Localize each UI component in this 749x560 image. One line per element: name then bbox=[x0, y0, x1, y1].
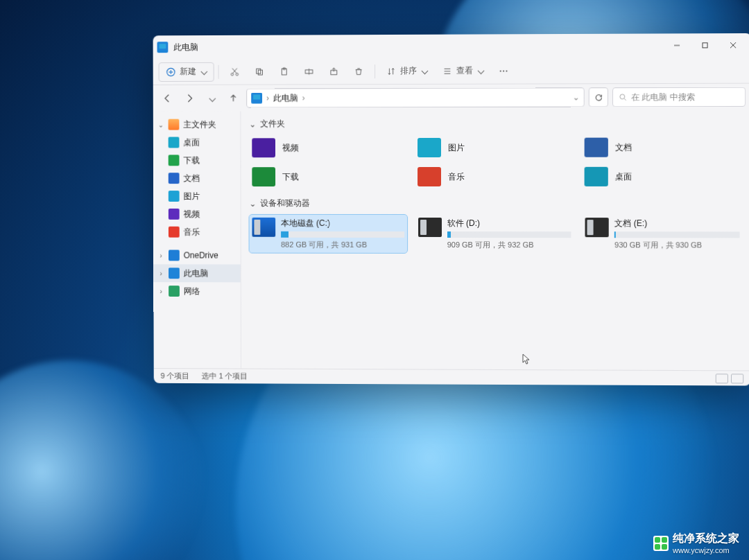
drive-item[interactable]: 文档 (E:)930 GB 可用，共 930 GB bbox=[583, 215, 743, 253]
delete-button[interactable] bbox=[347, 62, 370, 81]
view-icon bbox=[442, 66, 452, 76]
share-button[interactable] bbox=[322, 62, 345, 81]
drive-item[interactable]: 软件 (D:)909 GB 可用，共 932 GB bbox=[415, 215, 574, 253]
command-bar: 新建 排序 查看 bbox=[153, 57, 749, 85]
up-button[interactable] bbox=[225, 89, 243, 107]
close-button[interactable] bbox=[719, 36, 748, 54]
net-icon bbox=[169, 286, 180, 297]
sidebar-item-docs[interactable]: 文档 bbox=[153, 169, 241, 187]
drive-capacity-text: 930 GB 可用，共 930 GB bbox=[614, 240, 740, 250]
svg-point-23 bbox=[506, 70, 507, 71]
sidebar-item-pics[interactable]: 图片 bbox=[153, 187, 241, 205]
selection-count: 选中 1 个项目 bbox=[202, 371, 248, 381]
music-icon bbox=[169, 227, 180, 238]
svg-line-9 bbox=[233, 68, 237, 73]
address-bar[interactable]: › 此电脑 › ⌄ bbox=[246, 87, 584, 107]
cursor-icon bbox=[522, 353, 531, 367]
sidebar-item-net[interactable]: ›网络 bbox=[153, 282, 240, 300]
drive-capacity-text: 882 GB 可用，共 931 GB bbox=[281, 240, 404, 250]
watermark-brand: 纯净系统之家 bbox=[673, 532, 739, 546]
docs-folder-icon bbox=[585, 138, 608, 157]
delete-icon bbox=[354, 67, 363, 76]
maximize-button[interactable] bbox=[691, 36, 719, 54]
more-button[interactable] bbox=[492, 61, 515, 80]
chevron-down-icon: ⌄ bbox=[249, 121, 256, 128]
folder-pics[interactable]: 图片 bbox=[415, 135, 575, 160]
watermark-url: www.ycwjzy.com bbox=[673, 546, 739, 554]
desktop-icon bbox=[169, 137, 180, 148]
new-button[interactable]: 新建 bbox=[159, 62, 214, 81]
breadcrumb[interactable]: 此电脑 bbox=[273, 92, 298, 104]
view-details-button[interactable] bbox=[716, 374, 728, 383]
folder-docs[interactable]: 文档 bbox=[582, 134, 743, 160]
recent-button[interactable] bbox=[203, 89, 221, 107]
svg-point-8 bbox=[236, 73, 238, 76]
search-placeholder: 在 此电脑 中搜索 bbox=[631, 91, 695, 103]
explorer-window: 此电脑 新建 排序 查看 › 此电脑 › ⌄ bbox=[153, 33, 749, 386]
videos-folder-icon bbox=[252, 138, 275, 157]
ellipsis-icon bbox=[499, 66, 508, 76]
view-tiles-button[interactable] bbox=[731, 374, 743, 383]
view-button[interactable]: 查看 bbox=[436, 61, 490, 80]
drive-capacity-text: 909 GB 可用，共 932 GB bbox=[447, 240, 571, 250]
address-row: › 此电脑 › ⌄ 在 此电脑 中搜索 bbox=[153, 84, 749, 112]
search-input[interactable]: 在 此电脑 中搜索 bbox=[612, 87, 746, 107]
sidebar-item-label: 桌面 bbox=[183, 137, 200, 148]
drive-icon bbox=[418, 218, 442, 237]
rename-button[interactable] bbox=[298, 62, 321, 81]
sidebar-item-desktop[interactable]: 桌面 bbox=[153, 133, 241, 151]
sidebar-item-pc[interactable]: ›此电脑 bbox=[153, 264, 240, 282]
sidebar-item-music[interactable]: 音乐 bbox=[153, 223, 240, 241]
videos-icon bbox=[169, 209, 180, 220]
svg-rect-1 bbox=[703, 43, 707, 48]
folder-label: 下载 bbox=[282, 171, 299, 183]
chevron-down-icon: ⌄ bbox=[249, 200, 256, 207]
sidebar-item-label: OneDrive bbox=[184, 251, 218, 261]
folder-down[interactable]: 下载 bbox=[249, 164, 408, 189]
content-pane[interactable]: ⌄文件夹 视频图片文档下载音乐桌面 ⌄设备和驱动器 本地磁盘 (C:)882 G… bbox=[241, 110, 749, 370]
drives-group-header[interactable]: ⌄设备和驱动器 bbox=[249, 198, 742, 209]
forward-button[interactable] bbox=[180, 89, 198, 107]
svg-line-25 bbox=[624, 99, 626, 100]
rename-icon bbox=[304, 67, 314, 76]
title-bar[interactable]: 此电脑 bbox=[153, 33, 749, 59]
folder-label: 音乐 bbox=[448, 170, 465, 182]
sidebar-item-onedrive[interactable]: ›OneDrive bbox=[153, 247, 240, 265]
drive-name: 文档 (E:) bbox=[614, 218, 740, 229]
copy-button[interactable] bbox=[248, 62, 271, 81]
paste-icon bbox=[279, 67, 289, 76]
sidebar-item-label: 图片 bbox=[184, 191, 200, 202]
sort-button[interactable]: 排序 bbox=[379, 61, 434, 80]
paste-button[interactable] bbox=[273, 62, 296, 81]
pics-folder-icon bbox=[417, 138, 441, 157]
folder-videos[interactable]: 视频 bbox=[249, 135, 408, 160]
music-folder-icon bbox=[417, 167, 441, 186]
sidebar-item-home[interactable]: ⌄主文件夹 bbox=[153, 116, 241, 134]
folder-label: 视频 bbox=[282, 142, 299, 154]
folders-group-header[interactable]: ⌄文件夹 bbox=[249, 117, 743, 130]
chevron-down-icon[interactable]: ⌄ bbox=[573, 92, 580, 102]
home-icon bbox=[169, 119, 180, 130]
item-count: 9 个项目 bbox=[161, 371, 190, 381]
minimize-button[interactable] bbox=[663, 36, 691, 54]
sidebar-item-down[interactable]: 下载 bbox=[153, 151, 241, 169]
back-button[interactable] bbox=[159, 89, 177, 107]
plus-circle-icon bbox=[166, 67, 175, 77]
drive-name: 软件 (D:) bbox=[447, 218, 571, 229]
sidebar-item-videos[interactable]: 视频 bbox=[153, 205, 240, 223]
folder-desk[interactable]: 桌面 bbox=[582, 164, 743, 189]
folder-label: 图片 bbox=[448, 141, 465, 153]
pc-icon bbox=[169, 268, 180, 279]
cut-button[interactable] bbox=[223, 62, 246, 81]
watermark-logo-icon bbox=[653, 536, 669, 551]
sidebar-item-label: 音乐 bbox=[184, 226, 200, 238]
sidebar-item-label: 文档 bbox=[183, 173, 200, 184]
drive-item[interactable]: 本地磁盘 (C:)882 GB 可用，共 931 GB bbox=[249, 215, 406, 253]
expand-icon: › bbox=[157, 288, 164, 295]
refresh-button[interactable] bbox=[589, 87, 608, 107]
expand-icon: › bbox=[157, 270, 164, 277]
drive-icon bbox=[585, 218, 609, 237]
folder-music[interactable]: 音乐 bbox=[415, 164, 574, 189]
expand-icon: › bbox=[157, 252, 164, 259]
share-icon bbox=[329, 67, 338, 76]
